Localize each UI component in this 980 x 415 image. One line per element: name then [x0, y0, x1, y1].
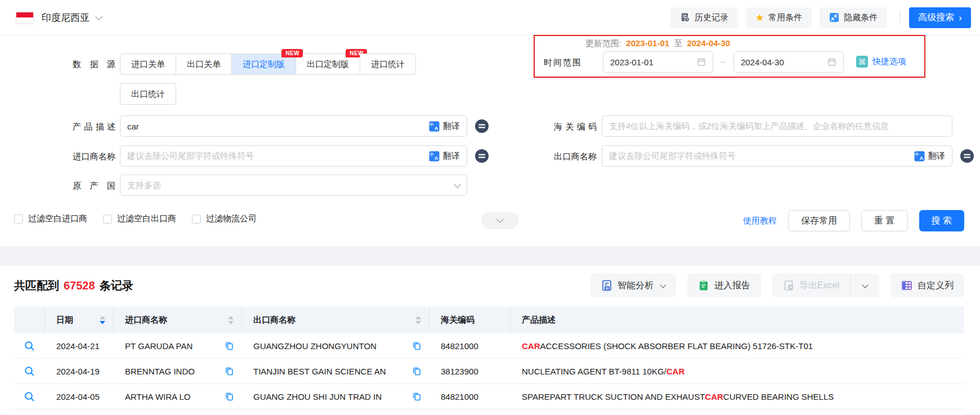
match-mode-icon[interactable]	[475, 149, 489, 163]
translate-button[interactable]: 中A 翻译	[429, 151, 460, 162]
search-form: 数据源 进口关单出口关单进口定制版NEW出口定制版NEW进口统计 出口统计 更新…	[0, 35, 980, 247]
exporter-cell[interactable]: GUANGZHOU ZHONGYUNTON	[242, 341, 429, 351]
row-detail-button[interactable]	[14, 366, 45, 377]
datasource-tab[interactable]: 进口统计	[360, 53, 416, 75]
row-detail-button[interactable]	[14, 391, 45, 402]
copy-icon[interactable]	[412, 392, 422, 401]
datasource-tabs-row1: 进口关单出口关单进口定制版NEW出口定制版NEW进口统计	[120, 53, 416, 75]
translate-button[interactable]: 中A 翻译	[429, 121, 460, 132]
hs-code-input[interactable]: 支持4位以上海关编码，或2位海关编码加上产品描述、企业名称的任意信息	[602, 115, 952, 137]
sort-icons[interactable]	[100, 316, 105, 324]
hide-conditions-label: 隐藏条件	[844, 12, 878, 23]
company-name[interactable]: GUANGZHOU ZHONGYUNTON	[253, 341, 377, 351]
hs-code-label: 海关编码	[554, 122, 597, 132]
advanced-search-label: 高级搜索	[918, 12, 954, 24]
origin-select[interactable]: 支持多选	[120, 175, 467, 196]
save-common-button[interactable]: 保存常用	[788, 210, 850, 231]
datasource-tab-label: 出口关单	[187, 59, 221, 70]
copy-icon[interactable]	[225, 341, 234, 351]
exporter-input[interactable]: 建议去除公司尾部字符或特殊符号 中A 翻译	[602, 145, 952, 167]
checkbox-icon[interactable]	[192, 215, 201, 224]
translate-label: 翻译	[443, 121, 460, 132]
tutorial-link[interactable]: 使用教程	[743, 216, 777, 226]
date-to-input[interactable]: 2024-04-30	[733, 51, 844, 73]
datasource-tab[interactable]: 进口关单	[120, 53, 176, 75]
export-dropdown-button[interactable]	[850, 274, 879, 297]
collapse-icon	[829, 12, 839, 23]
exporter-cell[interactable]: TIANJIN BEST GAIN SCIENCE AN	[242, 367, 429, 376]
update-range-from: 2023-01-01	[626, 38, 669, 48]
hide-conditions-button[interactable]: 隐藏条件	[820, 7, 887, 28]
chevron-down-icon[interactable]	[95, 13, 102, 20]
collapse-form-button[interactable]	[481, 212, 518, 229]
company-name[interactable]: BRENNTAG INDO	[125, 367, 195, 376]
copy-icon[interactable]	[225, 367, 234, 376]
translate-button[interactable]: 中A 翻译	[914, 151, 945, 162]
match-mode-icon[interactable]	[475, 119, 489, 133]
quick-options-label: 快捷选项	[872, 56, 906, 67]
history-button[interactable]: 历史记录	[670, 7, 738, 28]
country-selector[interactable]: 印度尼西亚	[42, 11, 90, 24]
importer-cell[interactable]: ARTHA WIRA LO	[114, 392, 242, 401]
search-button[interactable]: 搜 索	[919, 210, 964, 231]
table-body: 2024-04-21PT GARUDA PANGUANGZHOU ZHONGYU…	[14, 333, 964, 409]
new-badge: NEW	[281, 49, 303, 57]
column-header-label: 进口商名称	[125, 315, 167, 325]
favorites-button[interactable]: ★ 常用条件	[746, 7, 812, 28]
company-name[interactable]: PT GARUDA PAN	[125, 341, 193, 351]
section-divider	[0, 247, 980, 266]
filter-checkbox[interactable]: 过滤空白进口商	[14, 213, 87, 224]
sort-icons[interactable]	[228, 316, 234, 324]
copy-icon[interactable]	[412, 367, 422, 376]
update-range-label: 更新范围:	[585, 38, 621, 48]
copy-icon[interactable]	[412, 341, 422, 351]
advanced-search-button[interactable]: 高级搜索 ›	[909, 7, 971, 28]
checkbox-icon[interactable]	[14, 215, 23, 224]
company-name[interactable]: GUANG ZHOU SHI JUN TRAD IN	[253, 392, 382, 401]
reset-button[interactable]: 重 置	[861, 210, 907, 231]
smart-analysis-button[interactable]: BI 智能分析	[590, 274, 676, 297]
company-name[interactable]: TIANJIN BEST GAIN SCIENCE AN	[253, 367, 386, 376]
product-desc-input[interactable]: car 中A 翻译	[120, 115, 467, 137]
importer-cell[interactable]: BRENNTAG INDO	[114, 367, 242, 376]
datasource-tab[interactable]: 进口定制版NEW	[231, 53, 296, 75]
update-range-text: 更新范围: 2023-01-01 至 2024-04-30	[585, 38, 732, 49]
exporter-cell[interactable]: GUANG ZHOU SHI JUN TRAD IN	[242, 392, 429, 401]
importer-label: 进口商名称	[73, 151, 115, 162]
topbar: 印度尼西亚 历史记录 ★ 常用条件 隐藏条件 高级搜索 ›	[0, 0, 980, 35]
date-from-input[interactable]: 2023-01-01	[603, 51, 713, 73]
chevron-right-icon: ›	[959, 13, 962, 23]
importer-input[interactable]: 建议去除公司尾部字符或特殊符号 中A 翻译	[120, 145, 467, 167]
datasource-tab-label: 出口统计	[131, 89, 165, 100]
column-header[interactable]: 出口商名称	[242, 306, 429, 333]
hs-code-cell: 38123900	[429, 367, 511, 376]
custom-columns-button[interactable]: 自定义列	[890, 274, 964, 297]
column-header[interactable]: 日期	[45, 306, 114, 333]
importer-cell[interactable]: PT GARUDA PAN	[114, 341, 242, 351]
quick-options-link[interactable]: ⌘ 快捷选项	[856, 56, 906, 68]
filter-checkboxes: 过滤空白进口商过滤空白出口商过滤物流公司	[14, 213, 257, 224]
row-detail-button[interactable]	[14, 341, 45, 351]
exporter-placeholder: 建议去除公司尾部字符或特殊符号	[609, 151, 736, 162]
column-header[interactable]: 进口商名称	[114, 306, 242, 333]
filter-checkbox[interactable]: 过滤空白出口商	[103, 213, 176, 224]
export-icon	[783, 280, 794, 291]
filter-checkbox[interactable]: 过滤物流公司	[192, 213, 257, 224]
datasource-tab[interactable]: 出口定制版NEW	[296, 53, 360, 75]
datasource-tab[interactable]: 出口统计	[120, 83, 176, 105]
match-mode-icon[interactable]	[960, 149, 974, 163]
time-range-label: 时间范围	[544, 57, 581, 68]
shortcut-icon: ⌘	[856, 56, 868, 68]
svg-text:A: A	[435, 155, 438, 161]
chevron-down-icon	[496, 216, 504, 223]
svg-text:中: 中	[915, 152, 919, 157]
svg-text:BI: BI	[606, 287, 609, 290]
sort-icons[interactable]	[415, 316, 421, 324]
export-excel-button[interactable]: 导出Excel	[772, 274, 850, 297]
company-name[interactable]: ARTHA WIRA LO	[125, 392, 190, 401]
copy-icon[interactable]	[225, 392, 234, 401]
datasource-tab[interactable]: 出口关单	[176, 53, 232, 75]
enter-report-button[interactable]: 进入报告	[687, 274, 761, 297]
checkbox-icon[interactable]	[103, 215, 112, 224]
table-row: 2024-04-05ARTHA WIRA LOGUANG ZHOU SHI JU…	[14, 384, 964, 409]
